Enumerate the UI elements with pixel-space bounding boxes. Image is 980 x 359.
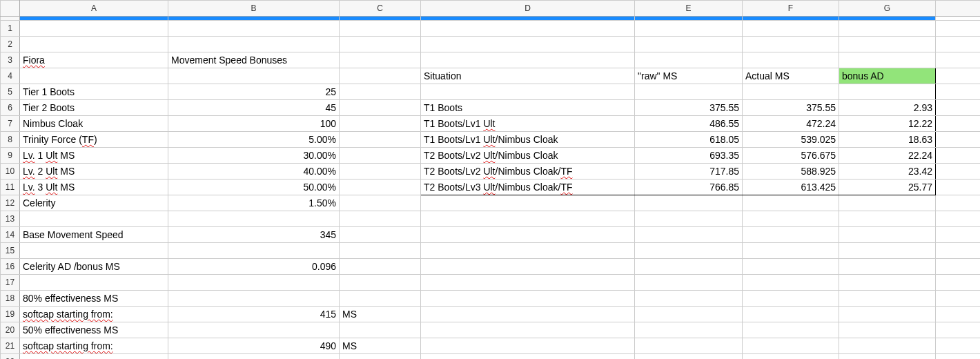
- cell[interactable]: [839, 354, 936, 360]
- cell[interactable]: [421, 195, 635, 211]
- cell[interactable]: 486.55: [635, 116, 743, 132]
- cell[interactable]: [168, 21, 340, 37]
- cell[interactable]: [635, 21, 743, 37]
- row-header[interactable]: 21: [1, 338, 20, 354]
- cell[interactable]: 576.675: [743, 148, 839, 164]
- cell[interactable]: [168, 354, 340, 360]
- cell[interactable]: [635, 211, 743, 227]
- row-header[interactable]: 7: [1, 116, 20, 132]
- cell[interactable]: [340, 116, 421, 132]
- row-1[interactable]: 1: [1, 21, 981, 37]
- row-header[interactable]: 22: [1, 354, 20, 360]
- row-header[interactable]: 8: [1, 132, 20, 148]
- row-header[interactable]: 1: [1, 21, 20, 37]
- cell[interactable]: [936, 164, 981, 180]
- cell[interactable]: MS: [340, 338, 421, 354]
- cell[interactable]: [421, 338, 635, 354]
- cell[interactable]: [421, 211, 635, 227]
- cell[interactable]: [936, 52, 981, 68]
- grid[interactable]: A B C D E F G 1 2 3 Fiora Movement Speed…: [0, 0, 980, 359]
- cell[interactable]: 18.63: [839, 132, 936, 148]
- cell-header-situation[interactable]: Situation: [421, 68, 635, 84]
- row-header[interactable]: 3: [1, 52, 20, 68]
- cell[interactable]: 40.00%: [168, 164, 340, 180]
- cell[interactable]: MS: [340, 307, 421, 322]
- col-header-C[interactable]: C: [340, 1, 421, 17]
- cell[interactable]: [340, 211, 421, 227]
- cell[interactable]: [936, 227, 981, 243]
- col-header-blank[interactable]: [936, 1, 981, 17]
- cell[interactable]: [340, 52, 421, 68]
- cell[interactable]: [743, 243, 839, 259]
- cell[interactable]: 25: [168, 84, 340, 100]
- cell[interactable]: 22.24: [839, 148, 936, 164]
- col-header-A[interactable]: A: [20, 1, 168, 17]
- col-header-E[interactable]: E: [635, 1, 743, 17]
- row-3[interactable]: 3 Fiora Movement Speed Bonuses: [1, 52, 981, 68]
- cell[interactable]: [936, 291, 981, 307]
- cell[interactable]: 50% effectiveness MS: [20, 322, 168, 338]
- row-16[interactable]: 16 Celerity AD /bonus MS 0.096: [1, 259, 981, 275]
- cell[interactable]: Lv. 3 Ult MS: [20, 180, 168, 195]
- col-header-F[interactable]: F: [743, 1, 839, 17]
- col-header-D[interactable]: D: [421, 1, 635, 17]
- cell[interactable]: [340, 275, 421, 291]
- cell[interactable]: [936, 275, 981, 291]
- cell[interactable]: Tier 1 Boots: [20, 84, 168, 100]
- cell[interactable]: [340, 100, 421, 116]
- cell[interactable]: [635, 52, 743, 68]
- row-10[interactable]: 10 Lv. 2 Ult MS 40.00% T2 Boots/Lv2 Ult/…: [1, 164, 981, 180]
- row-20[interactable]: 20 50% effectiveness MS: [1, 322, 981, 338]
- cell[interactable]: [20, 354, 168, 360]
- cell[interactable]: 375.55: [635, 100, 743, 116]
- cell[interactable]: [936, 116, 981, 132]
- cell[interactable]: [936, 307, 981, 322]
- row-header[interactable]: 4: [1, 68, 20, 84]
- cell[interactable]: [936, 100, 981, 116]
- cell[interactable]: 613.425: [743, 180, 839, 195]
- cell[interactable]: 1.50%: [168, 195, 340, 211]
- cell[interactable]: [421, 291, 635, 307]
- cell[interactable]: [743, 211, 839, 227]
- row-11[interactable]: 11 Lv. 3 Ult MS 50.00% T2 Boots/Lv3 Ult/…: [1, 180, 981, 195]
- cell-title[interactable]: Movement Speed Bonuses: [168, 52, 340, 68]
- cell[interactable]: [635, 338, 743, 354]
- cell[interactable]: [421, 322, 635, 338]
- cell[interactable]: [839, 259, 936, 275]
- cell[interactable]: 375.55: [743, 100, 839, 116]
- cell[interactable]: [635, 227, 743, 243]
- cell[interactable]: [936, 148, 981, 164]
- spreadsheet[interactable]: A B C D E F G 1 2 3 Fiora Movement Speed…: [0, 0, 980, 359]
- cell[interactable]: [20, 68, 168, 84]
- cell[interactable]: [340, 68, 421, 84]
- row-22[interactable]: 22: [1, 354, 981, 360]
- cell[interactable]: T1 Boots/Lv1 Ult: [421, 116, 635, 132]
- cell[interactable]: Trinity Force (TF): [20, 132, 168, 148]
- cell[interactable]: [743, 84, 839, 100]
- cell[interactable]: [340, 243, 421, 259]
- cell[interactable]: [20, 211, 168, 227]
- row-header[interactable]: 6: [1, 100, 20, 116]
- cell[interactable]: [635, 275, 743, 291]
- row-15[interactable]: 15: [1, 243, 981, 259]
- cell[interactable]: [936, 132, 981, 148]
- cell[interactable]: [743, 227, 839, 243]
- cell[interactable]: Tier 2 Boots: [20, 100, 168, 116]
- cell[interactable]: [743, 338, 839, 354]
- cell[interactable]: [936, 354, 981, 360]
- cell[interactable]: [743, 275, 839, 291]
- cell-title[interactable]: Fiora: [20, 52, 168, 68]
- cell[interactable]: 2.93: [839, 100, 936, 116]
- cell[interactable]: 45: [168, 100, 340, 116]
- cell[interactable]: [839, 291, 936, 307]
- cell[interactable]: 30.00%: [168, 148, 340, 164]
- cell[interactable]: [635, 322, 743, 338]
- row-header[interactable]: 9: [1, 148, 20, 164]
- cell[interactable]: T2 Boots/Lv2 Ult/Nimbus Cloak/TF: [421, 164, 635, 180]
- cell[interactable]: [20, 243, 168, 259]
- cell[interactable]: [635, 291, 743, 307]
- cell[interactable]: [635, 259, 743, 275]
- cell[interactable]: [340, 354, 421, 360]
- cell[interactable]: [839, 338, 936, 354]
- cell-header-actual[interactable]: Actual MS: [743, 68, 839, 84]
